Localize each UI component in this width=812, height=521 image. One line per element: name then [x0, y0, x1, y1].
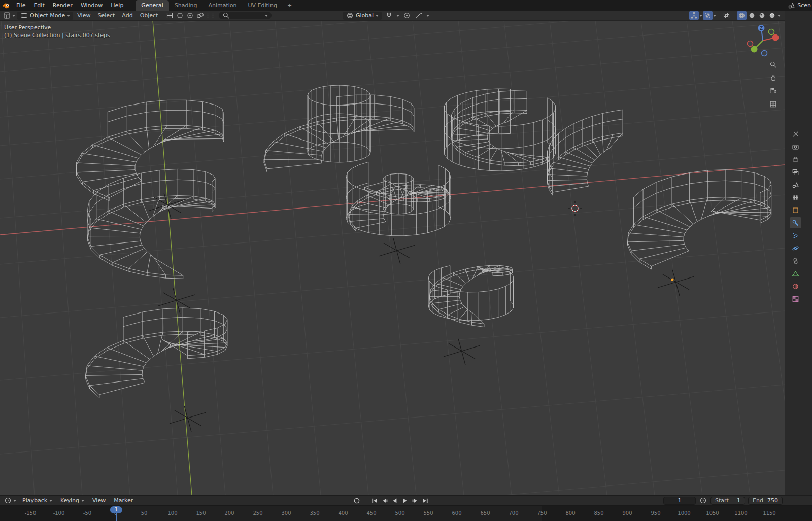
- physics-icon[interactable]: [790, 242, 801, 254]
- current-frame-field[interactable]: 1: [663, 497, 696, 505]
- ruler-frame-label: -50: [83, 510, 91, 516]
- ruler-frame-label: 750: [537, 510, 547, 516]
- sphere-icon[interactable]: [175, 11, 185, 20]
- viewport-search[interactable]: [219, 12, 272, 19]
- jump-to-end-icon[interactable]: [421, 497, 429, 505]
- chevron-down-icon: [13, 500, 16, 502]
- menu-keying[interactable]: Keying: [56, 496, 88, 506]
- timeline-ruler[interactable]: 1 -150-100-50050100150200250300350400450…: [0, 505, 812, 521]
- ruler-frame-label: -100: [53, 510, 65, 516]
- shading-material-icon[interactable]: [757, 11, 767, 20]
- spheres-pair-icon[interactable]: [195, 11, 205, 20]
- object-data-icon[interactable]: [790, 268, 801, 279]
- ruler-frame-label: 950: [651, 510, 660, 516]
- falloff-chevron[interactable]: [426, 15, 429, 17]
- start-frame-field[interactable]: Start 1: [710, 497, 745, 505]
- ruler-frame-label: 700: [509, 510, 518, 516]
- shading-wireframe-icon[interactable]: [737, 11, 747, 20]
- proportional-editing-toggle[interactable]: [402, 11, 412, 20]
- menu-select[interactable]: Select: [94, 11, 118, 21]
- output-icon[interactable]: [790, 154, 801, 165]
- tab-general[interactable]: General: [136, 0, 168, 11]
- object-icon[interactable]: [790, 204, 801, 216]
- timeline-editor-selector[interactable]: [3, 496, 18, 505]
- chevron-down-icon[interactable]: [713, 15, 716, 17]
- viewport-3d[interactable]: User Perspective (1) Scene Collection | …: [0, 21, 785, 495]
- scene-selector[interactable]: Scen: [785, 0, 812, 11]
- 3d-viewport-editor-icon: [3, 12, 11, 19]
- camera-icon[interactable]: [768, 87, 778, 95]
- hand-icon[interactable]: [768, 74, 778, 82]
- preview-range-toggle[interactable]: [699, 497, 707, 505]
- navigation-gizmo[interactable]: Z: [745, 22, 781, 59]
- transform-orientation-selector[interactable]: Global: [343, 12, 382, 20]
- chevron-down-icon: [12, 15, 15, 17]
- transport-controls: [370, 497, 429, 505]
- chevron-down-icon: [67, 15, 70, 17]
- editor-type-selector[interactable]: [2, 11, 17, 20]
- menu-edit[interactable]: Edit: [29, 1, 48, 11]
- auto-keying-toggle[interactable]: [352, 497, 361, 505]
- mode-selector[interactable]: Object Mode: [17, 12, 73, 20]
- jump-to-prev-keyframe-icon[interactable]: [380, 497, 389, 505]
- blender-logo-icon[interactable]: [0, 2, 12, 9]
- shading-rendered-icon[interactable]: [767, 11, 777, 20]
- view-layer-icon[interactable]: [790, 166, 801, 178]
- ruler-frame-label: 650: [480, 510, 490, 516]
- scene-icon[interactable]: [790, 179, 801, 190]
- shading-solid-icon[interactable]: [747, 11, 757, 20]
- workspace-tabs: GeneralShadingAnimationUV Editing: [136, 0, 283, 11]
- chevron-down-icon: [81, 500, 84, 502]
- ruler-frame-label: 850: [594, 510, 603, 516]
- sphere-dot-icon[interactable]: [185, 11, 195, 20]
- texture-icon[interactable]: [790, 293, 801, 304]
- menu-add[interactable]: Add: [118, 11, 136, 21]
- render-icon[interactable]: [790, 141, 801, 152]
- particles-icon[interactable]: [790, 230, 801, 241]
- snap-options-chevron[interactable]: [396, 15, 399, 17]
- menu-render[interactable]: Render: [49, 1, 77, 11]
- material-icon[interactable]: [790, 281, 801, 292]
- modifiers-icon[interactable]: [790, 217, 801, 228]
- current-frame-value: 1: [678, 497, 682, 504]
- show-gizmo-icon[interactable]: [689, 11, 699, 20]
- playhead-badge[interactable]: 1: [110, 506, 122, 513]
- mode-label: Object Mode: [30, 12, 65, 19]
- ruler-frame-label: 350: [310, 510, 319, 516]
- menu-view[interactable]: View: [88, 496, 110, 506]
- world-icon[interactable]: [790, 192, 801, 203]
- tab-shading[interactable]: Shading: [169, 0, 203, 11]
- end-frame-label: End: [753, 497, 763, 504]
- play-reverse-icon[interactable]: [390, 497, 399, 505]
- menu-playback[interactable]: Playback: [18, 496, 56, 506]
- tab-animation[interactable]: Animation: [202, 0, 242, 11]
- tab-uv-editing[interactable]: UV Editing: [243, 0, 283, 11]
- snap-toggle[interactable]: [384, 11, 394, 20]
- tool-icon[interactable]: [790, 128, 801, 140]
- toggle-xray-icon[interactable]: [722, 11, 731, 20]
- zoom-icon[interactable]: [768, 60, 778, 69]
- dashed-square-icon[interactable]: [206, 11, 215, 20]
- menu-marker[interactable]: Marker: [110, 496, 137, 506]
- chevron-down-icon: [376, 15, 379, 17]
- menu-file[interactable]: File: [12, 1, 29, 11]
- constraints-icon[interactable]: [790, 255, 801, 266]
- menu-window[interactable]: Window: [77, 1, 107, 11]
- chevron-down-icon[interactable]: [777, 15, 781, 17]
- menu-help[interactable]: Help: [107, 1, 127, 11]
- playback-controls: [352, 497, 429, 505]
- chevron-down-icon[interactable]: [699, 15, 702, 17]
- proportional-falloff-icon[interactable]: [414, 11, 424, 20]
- end-frame-field[interactable]: End 750: [748, 497, 783, 505]
- separator: [734, 12, 734, 19]
- show-overlays-icon[interactable]: [703, 11, 713, 20]
- grid-select-icon[interactable]: [165, 11, 175, 20]
- menu-object[interactable]: Object: [137, 11, 162, 21]
- grid-icon[interactable]: [768, 100, 778, 109]
- jump-to-start-icon[interactable]: [370, 497, 379, 505]
- ruler-frame-label: 400: [338, 510, 348, 516]
- add-workspace-button[interactable]: +: [283, 0, 296, 11]
- play-icon[interactable]: [400, 497, 409, 505]
- menu-view[interactable]: View: [74, 11, 94, 21]
- jump-to-next-keyframe-icon[interactable]: [411, 497, 419, 505]
